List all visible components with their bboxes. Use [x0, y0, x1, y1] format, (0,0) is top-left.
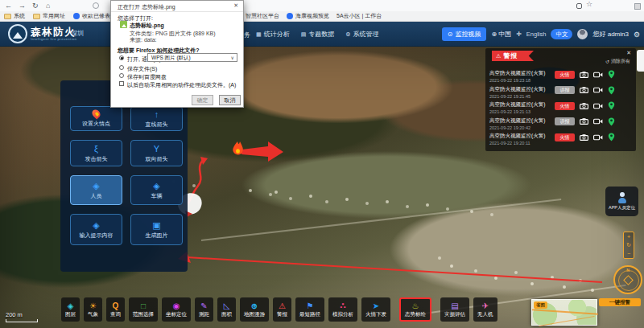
sidebar-toggle-icon[interactable] [634, 3, 641, 10]
video-camera-icon[interactable] [593, 87, 603, 93]
toolbar-button[interactable]: Q 查询 [106, 297, 125, 322]
tool-button[interactable]: ◈ 输入提示内容 [70, 214, 122, 245]
zoom-control-button[interactable]: ↻ [626, 242, 631, 248]
video-camera-icon[interactable] [593, 118, 603, 125]
tool-button[interactable]: ▣ 生成图片 [130, 214, 183, 245]
toolbar-button[interactable]: ➤ 火情下发 [361, 297, 390, 322]
city-label[interactable]: 深圳 [71, 29, 84, 38]
camera-icon[interactable] [580, 87, 588, 93]
map-zoom-control[interactable]: +↻− [623, 232, 634, 259]
alarm-row[interactable]: 高空防火视频监控(火警) 2021-09-22 19:20:42 误报 [489, 117, 633, 133]
alarm-row[interactable]: 高空防火视频监控(火警) 2021-09-22 19:21:13 火情 [489, 101, 633, 117]
remember-action-label[interactable]: 以后自动采用相同的动作处理此类文件。(A) [127, 81, 236, 89]
reload-icon[interactable]: ↻ [32, 1, 39, 10]
bookmark-item[interactable]: ⌂ 5A云小区 | 工作台 [336, 12, 382, 20]
toolbar-button[interactable]: ☀ 气象 [84, 297, 102, 322]
toolbar-button[interactable]: ✎ 测距 [195, 297, 213, 322]
location-pin-icon[interactable] [608, 70, 615, 79]
monitor-video-button[interactable]: ⊙ 监控视频 [442, 27, 487, 41]
radio-open-with[interactable] [119, 55, 124, 60]
toolbar-button[interactable]: ∴ 模拟分析 [328, 297, 357, 322]
browser-toolbar: ← → ↻ ⌂ ☆ [0, 0, 644, 11]
video-camera-icon[interactable] [593, 103, 603, 109]
alarm-action-button[interactable]: 火情 [555, 133, 575, 141]
bookmark-item[interactable]: 常用网址 [33, 12, 65, 20]
bookmark-item[interactable]: 智慧社区平台 [246, 12, 279, 20]
alarm-panel-close-icon[interactable]: ✕ [626, 50, 631, 56]
toolbar-button[interactable]: ◈ 图层 [61, 297, 80, 322]
alarm-action-button[interactable]: 误报 [555, 86, 575, 94]
settings-gear-icon[interactable]: ⚙ [634, 31, 640, 39]
zoom-control-button[interactable]: + [627, 234, 630, 240]
video-camera-icon[interactable] [593, 72, 603, 78]
nav-menu-item[interactable]: ▤ 专题数据 [301, 30, 335, 39]
lang-english-toggle[interactable]: English [526, 31, 547, 38]
fullscreen-icon[interactable]: ✛ [516, 31, 522, 38]
toolbar-button[interactable]: ◺ 面积 [217, 297, 236, 322]
tool-button[interactable]: ξ 攻击箭头 [70, 140, 122, 166]
bookmark-item[interactable]: 海康视频预览 [287, 12, 329, 20]
toolbar-button-label: 态势标绘 [405, 311, 426, 318]
overview-minimap[interactable]: 省图 [531, 299, 597, 326]
clear-all-button[interactable]: ↺ 消除所有 [605, 58, 630, 65]
camera-icon[interactable] [580, 72, 588, 78]
tool-button[interactable]: 设置火情点 [70, 106, 122, 131]
alarm-row[interactable]: 高空防火视频监控(火警) 2021-09-22 19:20:11 火情 [489, 133, 633, 149]
user-greeting[interactable]: 您好 admin3 [592, 30, 628, 39]
compass-widget[interactable]: N [613, 265, 642, 294]
location-pin-icon[interactable] [608, 117, 615, 126]
cancel-button[interactable]: 取消 [219, 95, 241, 105]
camera-icon[interactable] [580, 134, 588, 141]
camera-icon[interactable] [580, 103, 588, 109]
tool-button[interactable]: Y 双向箭头 [130, 140, 183, 166]
toolbar-button[interactable]: ▤ 灾损评估 [440, 297, 469, 322]
ok-button[interactable]: 确定 [192, 95, 213, 105]
bookmark-item[interactable]: 系统 [4, 12, 25, 20]
remember-action-checkbox[interactable] [119, 81, 124, 86]
toolbar-button[interactable]: ⊕ 地图漫游 [240, 297, 269, 322]
bookmark-star-icon[interactable]: ☆ [586, 0, 592, 8]
address-bar-icon[interactable] [93, 2, 99, 9]
radio-save-file-label[interactable]: 保存文件(S) [127, 65, 157, 73]
back-icon[interactable]: ← [5, 1, 12, 10]
location-pin-icon[interactable] [608, 86, 615, 95]
user-avatar[interactable] [577, 29, 588, 39]
open-with-dropdown[interactable]: WPS 图片 (默认) ∨ [147, 53, 237, 62]
toolbar-button[interactable]: ◉ 坐标定位 [162, 297, 191, 322]
toolbar-button[interactable]: ⚑ 最短路径 [295, 297, 324, 322]
tool-button[interactable]: ↑ 直线箭头 [130, 106, 183, 131]
alarm-row[interactable]: 高空防火视频监控(火警) 2021-09-22 19:21:45 误报 [489, 86, 633, 102]
toolbar-button[interactable]: ✈ 无人机 [473, 297, 497, 322]
tool-button[interactable]: ◈ 人员 [70, 175, 122, 205]
nav-menu-item[interactable]: ▦ 统计分析 [256, 30, 290, 39]
home-icon[interactable]: ⌂ [46, 1, 50, 10]
collapsed-side-panel[interactable] [637, 50, 644, 72]
dialog-close-icon[interactable]: ✕ [233, 2, 238, 9]
tool-button-icon: ▣ [152, 220, 160, 230]
country-selector[interactable]: ⊕ 中国 [491, 30, 511, 39]
nav-menu-item[interactable]: ⚙ 系统管理 [345, 30, 378, 39]
toolbar-button[interactable]: □ 范围选择 [129, 297, 158, 322]
forward-icon[interactable]: → [19, 1, 26, 10]
location-pin-icon[interactable] [608, 101, 615, 110]
nav-menu-item-partial[interactable]: 务 [244, 31, 250, 39]
video-camera-icon[interactable] [593, 134, 603, 141]
location-pin-icon[interactable] [608, 133, 615, 141]
minimap-badge[interactable]: 省图 [534, 301, 547, 309]
toolbar-button[interactable]: ♨ 态势标绘 [399, 297, 431, 322]
zoom-control-button[interactable]: − [627, 251, 630, 256]
alarm-row[interactable]: 高空防火视频监控(火警) 2021-09-22 19:23:18 火情 [489, 70, 633, 86]
radio-save-baidu-label[interactable]: 保存到百度网盘 [127, 73, 167, 81]
alarm-action-button[interactable]: 火情 [555, 71, 575, 79]
quick-alarm-button[interactable]: 一键报警 [599, 298, 641, 306]
app-person-locate-widget[interactable]: APP人员定位 [605, 187, 638, 216]
camera-icon[interactable] [580, 118, 588, 125]
lang-chinese-toggle[interactable]: 中文 [551, 29, 572, 39]
alarm-action-button[interactable]: 误报 [555, 117, 575, 125]
alarm-action-button[interactable]: 火情 [555, 102, 575, 110]
extensions-icon[interactable] [576, 3, 582, 9]
toolbar-button[interactable]: ⚠ 警报 [273, 297, 291, 322]
radio-save-baidu[interactable] [119, 73, 124, 78]
tool-button[interactable]: ◈ 车辆 [130, 175, 183, 205]
radio-save-file[interactable] [119, 65, 124, 70]
